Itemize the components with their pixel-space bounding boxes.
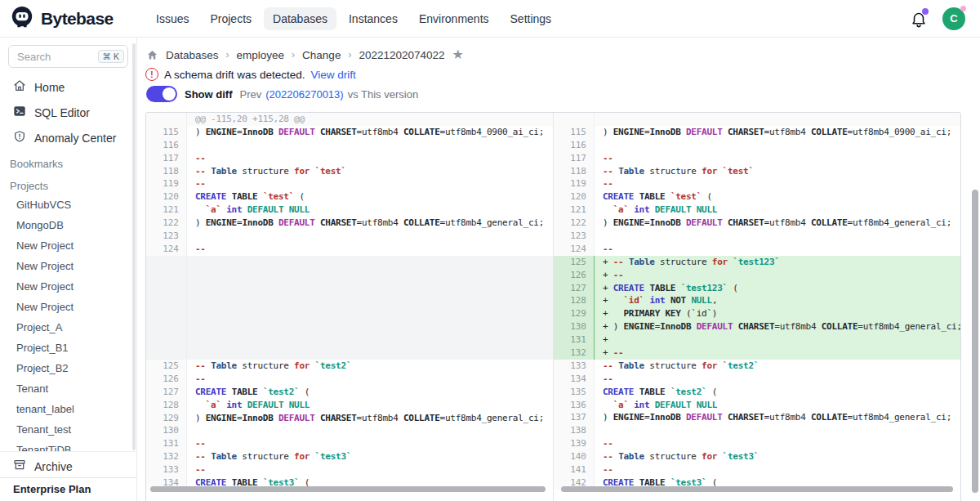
nav-item-environments[interactable]: Environments [410, 7, 498, 30]
diff-line: 126-- [146, 373, 553, 386]
sidebar-project-item[interactable]: New Project [0, 256, 136, 276]
line-number: 124 [554, 243, 595, 256]
schema-drift-banner: ! A schema drift was detected. View drif… [145, 68, 356, 81]
show-diff-toggle[interactable] [146, 86, 177, 102]
notification-badge [922, 8, 929, 15]
line-number [146, 256, 187, 360]
nav-item-instances[interactable]: Instances [340, 7, 407, 30]
code-text: ) ENGINE=InnoDB DEFAULT CHARSET=utf8mb4 … [187, 412, 553, 425]
breadcrumb-separator: › [226, 49, 229, 60]
bytebase-logo[interactable]: Bytebase [0, 5, 139, 33]
diff-line: 116 [554, 139, 960, 152]
diff-pane-current: 115) ENGINE=InnoDB DEFAULT CHARSET=utf8m… [554, 113, 960, 501]
line-number: 117 [554, 152, 595, 165]
diff-line: 131-- [146, 437, 553, 450]
diff-line-added: 129+ PRIMARY KEY (`id`) [554, 307, 960, 320]
sidebar-project-item[interactable]: New Project [0, 235, 136, 256]
horizontal-scrollbar-right[interactable] [561, 486, 953, 492]
sidebar-item-anomaly-center[interactable]: Anomaly Center [0, 125, 136, 150]
code-text: -- Table structure for `test3` [595, 450, 960, 463]
breadcrumb-item[interactable]: Databases [166, 49, 219, 61]
archive-label: Archive [34, 460, 73, 473]
line-number: 128 [146, 399, 187, 412]
line-number: 122 [146, 217, 187, 230]
nav-item-projects[interactable]: Projects [201, 7, 261, 30]
code-text: -- [595, 152, 960, 165]
sidebar-section-projects: Projects [0, 172, 136, 195]
sidebar-project-item[interactable]: New Project [0, 276, 136, 297]
diff-rows-right: 115) ENGINE=InnoDB DEFAULT CHARSET=utf8m… [554, 113, 960, 490]
nav-item-settings[interactable]: Settings [501, 7, 561, 30]
sidebar-scrollbar[interactable] [132, 43, 136, 450]
code-text: CREATE TABLE `test` ( [595, 190, 960, 204]
sidebar-project-item[interactable]: New Project [0, 297, 136, 317]
shield-icon [13, 130, 26, 145]
view-drift-link[interactable]: View drift [311, 69, 356, 81]
line-number: 116 [146, 139, 187, 152]
plan-badge: Enterprise Plan [0, 477, 136, 501]
sidebar-project-item[interactable]: Project_B2 [0, 358, 136, 378]
diff-line: 141-- [554, 463, 960, 476]
search-box[interactable]: ⌘ K [8, 45, 128, 68]
sidebar-item-sql-editor[interactable]: SQL Editor [0, 100, 136, 125]
hunk-header: @@ -115,20 +115,28 @@ [146, 113, 553, 126]
schema-diff-panel: @@ -115,20 +115,28 @@115) ENGINE=InnoDB … [145, 112, 961, 501]
line-number: 125 [146, 360, 187, 373]
line-number: 131 [146, 437, 187, 450]
diff-line-added: 125+ -- Table structure for `test123` [554, 256, 960, 269]
star-icon[interactable]: ★ [452, 48, 464, 61]
sidebar-project-item[interactable]: Project_B1 [0, 338, 136, 358]
line-number: 135 [554, 386, 595, 399]
page-vertical-scrollbar[interactable] [972, 190, 978, 493]
line-number: 115 [554, 126, 595, 139]
breadcrumb-home-icon[interactable] [146, 49, 158, 61]
sidebar-project-item[interactable]: MongoDB [0, 215, 136, 235]
nav-item-databases[interactable]: Databases [264, 7, 336, 30]
line-number: 122 [554, 217, 595, 230]
diff-line: 120CREATE TABLE `test` ( [554, 190, 960, 204]
breadcrumb-item[interactable]: Change [302, 49, 341, 61]
avatar[interactable]: C [942, 7, 965, 30]
diff-line: 132-- Table structure for `test3` [146, 450, 553, 463]
diff-line: 125-- Table structure for `test2` [146, 360, 553, 373]
diff-line: 122) ENGINE=InnoDB DEFAULT CHARSET=utf8m… [146, 217, 553, 230]
breadcrumb-item[interactable]: 20221202074022 [359, 49, 444, 61]
line-number: 128 [554, 294, 595, 307]
code-text [187, 256, 553, 360]
prev-version-link[interactable]: (202206270013) [265, 88, 343, 101]
nav-item-issues[interactable]: Issues [147, 7, 198, 30]
line-number: 140 [554, 450, 595, 463]
code-text: -- Table structure for `test2` [595, 360, 960, 373]
diff-line: 120CREATE TABLE `test` ( [146, 190, 553, 204]
drift-message: A schema drift was detected. [164, 69, 305, 81]
line-number: 117 [146, 152, 187, 165]
line-number: 137 [554, 411, 595, 424]
vs-label: vs This version [348, 88, 418, 101]
diff-line: 124-- [146, 243, 553, 256]
sidebar-item-home[interactable]: Home [0, 74, 136, 100]
horizontal-scrollbar-left[interactable] [150, 486, 546, 492]
diff-toolbar: Show diff Prev (202206270013) vs This ve… [146, 86, 418, 102]
sidebar-project-item[interactable]: GitHubVCS [0, 195, 136, 215]
sidebar-project-item[interactable]: Project_A [0, 317, 136, 338]
line-number: 119 [554, 177, 595, 190]
diff-line-added: 128+ `id` int NOT NULL, [554, 294, 960, 307]
line-number: 118 [554, 165, 595, 178]
sidebar-project-item[interactable]: tenant_label [0, 399, 136, 419]
code-text: -- [187, 243, 553, 256]
line-number: 141 [554, 463, 595, 476]
code-text: CREATE TABLE `test2` ( [187, 386, 553, 399]
diff-line-added: 131+ [554, 333, 960, 347]
breadcrumb-item[interactable]: employee [237, 49, 285, 61]
diff-line: 124-- [554, 243, 960, 256]
code-text: -- [595, 177, 960, 190]
sidebar-project-item[interactable]: Tenant [0, 378, 136, 399]
sidebar-project-item[interactable]: Tenant_test [0, 419, 136, 440]
diff-line: 121 `a` int DEFAULT NULL [146, 204, 553, 217]
sidebar-item-archive[interactable]: Archive [0, 451, 136, 481]
search-input[interactable] [16, 50, 98, 64]
prev-label: Prev [240, 88, 262, 101]
line-number: 129 [146, 412, 187, 425]
notifications-bell-icon[interactable] [910, 10, 928, 28]
diff-rows-left: @@ -115,20 +115,28 @@115) ENGINE=InnoDB … [146, 113, 553, 490]
